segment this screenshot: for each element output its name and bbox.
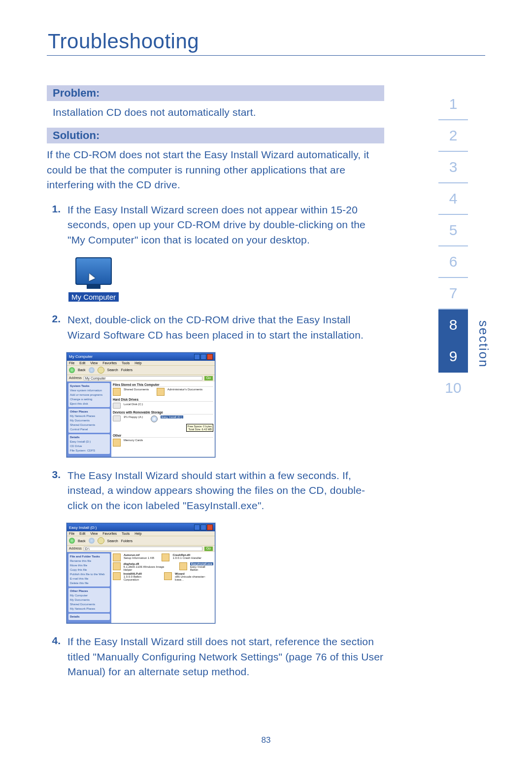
section-header: Devices with Removable Storage	[113, 411, 213, 415]
sidebar-item: My Computer	[70, 593, 108, 598]
sidebar-item: Publish this file to the Web	[70, 572, 108, 577]
sidebar-item: Rename this file	[70, 559, 108, 563]
minimize-icon	[194, 354, 200, 360]
sidebar-item: Move this file	[70, 563, 108, 568]
sidebar-item: Shared Documents	[70, 423, 108, 427]
sidebar-group-title: Details	[70, 435, 108, 440]
menu-bar: File Edit View Favorites Tools Help	[67, 531, 215, 536]
sidebar-item: My Network Places	[70, 414, 108, 418]
figure-easy-install-window: Easy Install (D:) File Edit View Favorit…	[66, 523, 384, 623]
item-label: 3½ Floppy (A:)	[124, 415, 143, 418]
sidebar: System Tasks View system information Add…	[67, 381, 111, 457]
step-text: Next, double-click on the CD-ROM drive t…	[67, 312, 384, 343]
sidebar-item: Change a setting	[70, 397, 108, 402]
file-icon	[113, 562, 121, 570]
back-icon	[69, 538, 75, 544]
solution-intro: If the CD-ROM does not start the Easy In…	[47, 147, 384, 192]
tooltip-line: Total Size: 6.43 MB	[189, 428, 212, 431]
menu-favorites: Favorites	[102, 361, 117, 365]
sidebar-group-title: Other Places	[70, 410, 108, 414]
search-label: Search	[107, 539, 118, 543]
window-titlebar: Easy Install (D:)	[67, 523, 215, 531]
sidebar-item: My Network Places	[70, 607, 108, 611]
step-text: If the Easy Install Wizard still does no…	[67, 634, 384, 679]
step-1: 1. If the Easy Install Wizard screen doe…	[47, 203, 384, 247]
solution-heading: Solution:	[47, 128, 384, 143]
sidebar-item: Copy this file	[70, 568, 108, 572]
step-number: 4.	[47, 634, 61, 679]
sidebar-item: Easy Install (D:)	[70, 440, 108, 444]
sidebar-group-title: Details	[70, 615, 108, 619]
floppy-icon	[113, 415, 121, 421]
monitor-icon	[75, 257, 112, 285]
sidebar-item: Control Panel	[70, 427, 108, 432]
folder-icon	[157, 388, 165, 396]
menu-file: File	[69, 361, 74, 365]
section-nav-10[interactable]: 10	[438, 373, 468, 403]
toolbar: Back Search Folders	[67, 365, 215, 375]
toolbar: Back Search Folders	[67, 536, 215, 545]
section-nav-3[interactable]: 3	[438, 152, 468, 183]
step-number: 3.	[47, 468, 61, 513]
title-rule	[47, 55, 485, 56]
step-4: 4. If the Easy Install Wizard still does…	[47, 634, 384, 679]
item-label: Local Disk (C:)	[124, 403, 143, 406]
go-button: Go	[204, 376, 213, 380]
tooltip: Free Space: 0 bytes Total Size: 6.43 MB	[186, 424, 213, 432]
step-2: 2. Next, double-click on the CD-ROM driv…	[47, 312, 384, 343]
file-icon	[113, 553, 121, 561]
file-meta: 1.0.0.0 Belkin Corporation	[124, 575, 141, 581]
menu-bar: File Edit View Favorites Tools Help	[67, 361, 215, 365]
section-nav-7[interactable]: 7	[438, 278, 468, 310]
section-nav-2[interactable]: 2	[438, 120, 468, 152]
file-icon	[179, 562, 187, 570]
section-header: Other	[113, 434, 213, 438]
page-number: 83	[0, 735, 532, 745]
figure-my-computer-icon: My Computer	[66, 257, 384, 302]
figure-my-computer-window: My Computer File Edit View Favorites Too…	[66, 352, 384, 457]
section-nav-4[interactable]: 4	[438, 183, 468, 215]
sidebar-item: E-mail this file	[70, 577, 108, 581]
main-pane: Files Stored on This Computer Shared Doc…	[111, 381, 215, 457]
back-label: Back	[78, 539, 86, 543]
address-label: Address	[69, 547, 82, 551]
address-bar: Address My Computer Go	[67, 375, 215, 381]
back-icon	[69, 367, 75, 373]
menu-edit: Edit	[79, 532, 85, 535]
section-nav-8[interactable]: 8	[438, 310, 468, 341]
sidebar-item: CD Drive	[70, 444, 108, 449]
menu-file: File	[69, 532, 74, 535]
section-nav-9[interactable]: 9	[438, 341, 468, 373]
file-meta: 5.1.2600.1106 Windows Image Helper	[124, 565, 165, 571]
window-titlebar: My Computer	[67, 353, 215, 361]
sidebar-group-title: System Tasks	[70, 384, 108, 388]
section-nav-5[interactable]: 5	[438, 215, 468, 246]
folder-icon	[113, 388, 121, 396]
item-label: Administrator's Documents	[167, 388, 203, 391]
up-icon	[98, 537, 104, 544]
section-nav-6[interactable]: 6	[438, 246, 468, 278]
address-field: My Computer	[84, 376, 202, 380]
menu-favorites: Favorites	[102, 532, 117, 535]
section-nav-1[interactable]: 1	[438, 89, 468, 120]
step-number: 2.	[47, 312, 61, 343]
address-field: D:\	[84, 547, 202, 551]
menu-help: Help	[134, 361, 141, 365]
drive-icon	[113, 403, 121, 409]
sidebar-item: View system information	[70, 388, 108, 393]
problem-text: Installation CD does not automatically s…	[53, 105, 384, 120]
step-3: 3. The Easy Install Wizard should start …	[47, 468, 384, 513]
problem-heading: Problem:	[47, 85, 384, 101]
file-meta: Easy Install Belkin	[190, 565, 205, 571]
file-icon	[162, 553, 169, 561]
maximize-icon	[200, 524, 206, 530]
folders-label: Folders	[121, 368, 133, 372]
back-label: Back	[78, 368, 86, 372]
section-header: Hard Disk Drives	[113, 398, 213, 402]
menu-tools: Tools	[122, 532, 130, 535]
cd-icon	[151, 415, 158, 422]
maximize-icon	[200, 354, 206, 360]
file-meta: x86 Unicode character-base...	[175, 575, 205, 581]
go-button: Go	[204, 547, 213, 551]
file-meta: 1.0.0.1 Crash Handler	[172, 556, 201, 559]
